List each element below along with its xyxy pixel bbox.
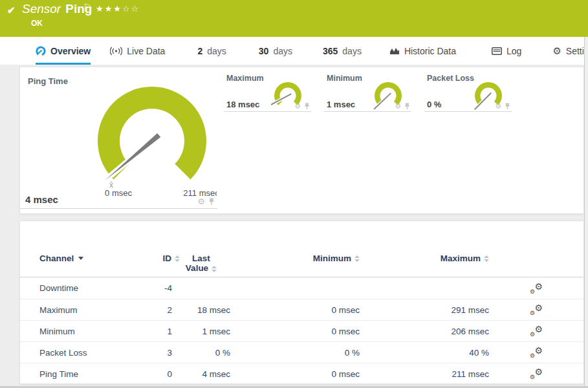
column-header-minimum-label: Minimum bbox=[313, 253, 351, 263]
pin-icon[interactable] bbox=[505, 103, 510, 110]
ping-time-gauge: x̄ 0 msec 211 msec bbox=[87, 83, 217, 206]
packet-loss-value: 0 % bbox=[427, 100, 441, 109]
column-header-minimum[interactable]: Minimum bbox=[230, 253, 360, 277]
table-header-row: Channel ID Last Value Minimum Maximum bbox=[20, 221, 583, 277]
channel-minimum: 0 % bbox=[230, 348, 360, 358]
gauge-settings-gear-icon[interactable]: ⚙ bbox=[197, 197, 205, 206]
window-right-edge bbox=[584, 37, 588, 388]
gauge-settings-gear-icon[interactable]: ⚙ bbox=[395, 103, 401, 110]
sort-arrows-icon bbox=[354, 255, 360, 262]
channel-id: 3 bbox=[136, 348, 172, 358]
gauge-settings-gear-icon[interactable]: ⚙ bbox=[294, 103, 301, 110]
sort-arrows-icon bbox=[212, 266, 217, 272]
gauge-icon bbox=[36, 46, 46, 56]
sensor-status-header: ✔ SensorPing ⚐ ★★★☆☆ OK bbox=[0, 0, 588, 37]
channel-maximum: 206 msec bbox=[360, 327, 489, 336]
tab-bar: Overview Live Data 2days 30days 365days … bbox=[0, 37, 584, 65]
stars-filled[interactable]: ★★★ bbox=[96, 4, 122, 14]
tab-30-days-unit: days bbox=[273, 46, 292, 56]
table-row: Packet Loss 3 0 % 0 % 40 % ⚙⚙ bbox=[20, 341, 583, 363]
sort-arrows-icon bbox=[484, 255, 489, 262]
maximum-value: 18 msec bbox=[226, 100, 259, 109]
packet-loss-gauge-cell: Packet Loss 0 % ⚙ bbox=[424, 67, 512, 112]
channel-name: Ping Time bbox=[39, 369, 136, 379]
channel-last-value: 0 % bbox=[172, 348, 230, 358]
tab-2-days-number: 2 bbox=[197, 46, 202, 56]
channel-name: Minimum bbox=[39, 327, 136, 336]
sensor-title: SensorPing bbox=[22, 2, 92, 16]
channel-name: Packet Loss bbox=[39, 348, 136, 358]
pin-icon[interactable] bbox=[208, 198, 215, 206]
gauge-needle bbox=[271, 94, 291, 105]
channel-minimum: 0 msec bbox=[230, 369, 360, 379]
maximum-gauge-cell: Maximum 18 msec ⚙ bbox=[224, 67, 311, 112]
channel-id: 0 bbox=[136, 369, 172, 379]
live-data-icon bbox=[110, 47, 122, 56]
settings-gear-icon: ⚙ bbox=[552, 45, 561, 57]
column-header-id-label: ID bbox=[163, 253, 172, 263]
historic-chart-icon bbox=[389, 47, 400, 55]
channel-name: Downtime bbox=[39, 283, 136, 293]
tab-live-data[interactable]: Live Data bbox=[110, 37, 165, 65]
column-header-last-value[interactable]: Last Value bbox=[172, 253, 230, 277]
channel-maximum: 291 msec bbox=[360, 305, 489, 315]
gauge-title: Ping Time bbox=[28, 76, 68, 86]
channel-minimum: 0 msec bbox=[230, 305, 360, 315]
pin-icon[interactable] bbox=[304, 103, 310, 110]
column-header-id[interactable]: ID bbox=[136, 253, 172, 277]
priority-stars[interactable]: ★★★☆☆ bbox=[96, 4, 140, 14]
sensor-status-text: OK bbox=[31, 19, 43, 28]
channel-id: 1 bbox=[136, 327, 172, 336]
tab-365-days-unit: days bbox=[342, 46, 362, 56]
gauge-settings-gear-icon[interactable]: ⚙ bbox=[495, 103, 501, 110]
tab-live-data-label: Live Data bbox=[127, 46, 165, 56]
tab-30-days-number: 30 bbox=[259, 46, 269, 56]
tab-historic-data[interactable]: Historic Data bbox=[389, 37, 456, 65]
column-header-maximum-label: Maximum bbox=[441, 253, 481, 263]
status-check-icon: ✔ bbox=[7, 5, 16, 16]
prtg-sensor-page: ✔ SensorPing ⚐ ★★★☆☆ OK Overview Live Da… bbox=[0, 0, 588, 388]
minimum-value: 1 msec bbox=[327, 100, 355, 109]
channel-id: -4 bbox=[136, 283, 172, 293]
priority-flag-icon[interactable]: ⚐ bbox=[83, 2, 91, 12]
channel-last-value: 4 msec bbox=[172, 369, 230, 379]
log-icon bbox=[492, 47, 502, 55]
column-header-channel-label: Channel bbox=[39, 253, 74, 263]
minimum-gauge-cell: Minimum 1 msec ⚙ bbox=[324, 67, 411, 112]
column-header-maximum[interactable]: Maximum bbox=[360, 253, 489, 277]
column-header-value-label: Value bbox=[186, 263, 208, 273]
channel-settings-gears-icon[interactable]: ⚙⚙ bbox=[529, 304, 543, 316]
table-row: Maximum 2 18 msec 0 msec 291 msec ⚙⚙ bbox=[20, 299, 583, 320]
channel-minimum: 0 msec bbox=[230, 327, 360, 336]
channel-settings-gears-icon[interactable]: ⚙⚙ bbox=[529, 368, 543, 380]
tab-2-days[interactable]: 2days bbox=[197, 37, 226, 65]
tab-overview-label: Overview bbox=[50, 46, 91, 56]
channel-maximum: 211 msec bbox=[360, 369, 489, 379]
tab-2-days-unit: days bbox=[207, 46, 226, 56]
column-header-channel[interactable]: Channel bbox=[39, 253, 136, 277]
channel-settings-gears-icon[interactable]: ⚙⚙ bbox=[529, 325, 543, 337]
channel-last-value: 18 msec bbox=[172, 305, 230, 315]
sensor-type-label: Sensor bbox=[22, 2, 61, 16]
column-header-last-label: Last bbox=[192, 253, 210, 263]
channel-id: 2 bbox=[136, 305, 172, 315]
gauge-title: Packet Loss bbox=[427, 74, 474, 83]
gauges-panel: Ping Time x̄ 0 msec 211 msec 4 msec ⚙ bbox=[19, 67, 584, 214]
tab-30-days[interactable]: 30days bbox=[259, 37, 292, 65]
pin-icon[interactable] bbox=[404, 103, 410, 110]
channel-last-value: 1 msec bbox=[172, 327, 230, 336]
sorted-desc-icon bbox=[78, 257, 83, 260]
stars-empty[interactable]: ☆☆ bbox=[122, 4, 140, 14]
tab-log[interactable]: Log bbox=[492, 37, 521, 65]
gauge-scale-min: 0 msec bbox=[105, 188, 132, 198]
channel-settings-gears-icon[interactable]: ⚙⚙ bbox=[529, 347, 543, 358]
channel-maximum: 40 % bbox=[360, 348, 489, 358]
tab-365-days-number: 365 bbox=[323, 46, 338, 56]
table-row: Ping Time 0 4 msec 0 msec 211 msec ⚙⚙ bbox=[20, 363, 583, 384]
tab-settings[interactable]: ⚙ Settings bbox=[552, 37, 588, 65]
table-row: Downtime -4 ⚙⚙ bbox=[20, 277, 583, 299]
tab-overview[interactable]: Overview bbox=[36, 37, 91, 65]
channel-settings-gears-icon[interactable]: ⚙⚙ bbox=[529, 283, 543, 294]
channel-name: Maximum bbox=[39, 305, 136, 315]
tab-365-days[interactable]: 365days bbox=[323, 37, 362, 65]
